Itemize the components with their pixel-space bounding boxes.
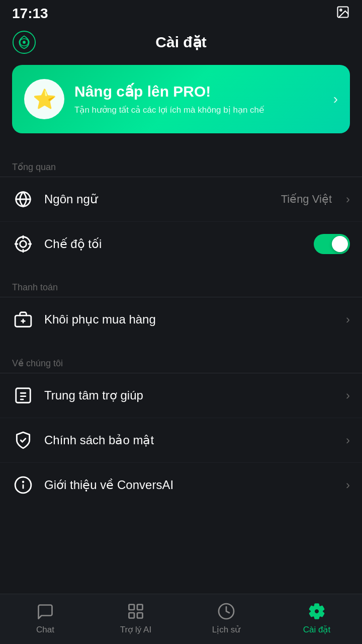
status-time: 17:13: [12, 6, 48, 22]
svg-rect-24: [129, 613, 135, 618]
language-icon: [12, 188, 34, 210]
about-conversai-icon: [12, 474, 34, 496]
gallery-icon: [336, 5, 350, 22]
about-section-label: Về chúng tôi: [12, 358, 63, 368]
nav-item-history[interactable]: Lịch sử: [181, 601, 272, 635]
bottom-nav: Chat Trợ lý AI Lịch sử: [0, 594, 362, 644]
help-center-label: Trung tâm trợ giúp: [44, 388, 336, 403]
language-label: Ngôn ngữ: [44, 192, 271, 206]
nav-item-chat[interactable]: Chat: [0, 602, 90, 635]
pro-banner-arrow-icon: ›: [333, 91, 338, 107]
svg-point-21: [23, 481, 24, 482]
ai-assistant-nav-icon: [126, 601, 146, 621]
nav-label-settings: Cài đặt: [303, 624, 330, 635]
history-nav-icon: [216, 601, 236, 621]
restore-purchase-menu-item[interactable]: Khôi phục mua hàng ›: [0, 297, 362, 342]
about-section: Về chúng tôi Trung tâm trợ giúp ›: [0, 346, 362, 507]
language-menu-item[interactable]: Ngôn ngữ Tiếng Việt ›: [0, 177, 362, 222]
content-area: ⭐ Nâng cấp lên PRO! Tận hưởng tất cả các…: [0, 65, 362, 567]
help-center-icon: [12, 384, 34, 407]
page-title: Cài đặt: [155, 33, 206, 51]
privacy-policy-arrow-icon: ›: [346, 433, 350, 447]
svg-rect-22: [129, 605, 135, 610]
svg-point-6: [20, 241, 27, 248]
settings-nav-icon: [307, 601, 327, 621]
nav-label-ai-assistant: Trợ lý AI: [120, 624, 151, 635]
about-conversai-label: Giới thiệu về ConversAI: [44, 478, 336, 492]
nav-item-ai-assistant[interactable]: Trợ lý AI: [90, 601, 181, 635]
svg-point-1: [340, 9, 342, 11]
about-conversai-menu-item[interactable]: Giới thiệu về ConversAI ›: [0, 463, 362, 507]
pro-banner-subtitle: Tận hưởng tất cả các lợi ích mà không bị…: [74, 104, 323, 116]
nav-item-settings[interactable]: Cài đặt: [272, 601, 362, 635]
privacy-policy-menu-item[interactable]: Chính sách bảo mật ›: [0, 418, 362, 463]
dark-mode-icon: [12, 233, 34, 255]
about-section-header: Về chúng tôi: [0, 346, 362, 373]
status-bar: 17:13: [0, 0, 362, 25]
payment-section: Thanh toán Khôi phục mua hàng ›: [0, 270, 362, 342]
language-value: Tiếng Việt: [281, 193, 332, 206]
nav-label-chat: Chat: [36, 625, 54, 635]
svg-rect-25: [137, 613, 143, 618]
pro-banner-text: Nâng cấp lên PRO! Tận hưởng tất cả các l…: [74, 83, 323, 116]
header: Cài đặt: [0, 25, 362, 61]
chat-nav-icon: [35, 602, 55, 622]
language-arrow-icon: ›: [346, 192, 350, 206]
overview-section: Tổng quan Ngôn ngữ Tiếng Việt ›: [0, 149, 362, 266]
help-center-menu-item[interactable]: Trung tâm trợ giúp ›: [0, 373, 362, 418]
privacy-policy-icon: [12, 429, 34, 451]
svg-rect-23: [137, 605, 143, 610]
dark-mode-label: Chế độ tối: [44, 237, 304, 251]
app-logo: [12, 30, 36, 54]
help-center-arrow-icon: ›: [346, 388, 350, 403]
nav-label-history: Lịch sử: [212, 624, 241, 635]
dark-mode-toggle[interactable]: [314, 234, 350, 254]
svg-point-3: [23, 41, 26, 44]
overview-section-header: Tổng quan: [0, 149, 362, 177]
dark-mode-menu-item[interactable]: Chế độ tối: [0, 222, 362, 266]
pro-star-icon: ⭐: [24, 79, 64, 119]
pro-banner[interactable]: ⭐ Nâng cấp lên PRO! Tận hưởng tất cả các…: [12, 65, 350, 133]
restore-purchase-label: Khôi phục mua hàng: [44, 312, 336, 327]
privacy-policy-label: Chính sách bảo mật: [44, 433, 336, 447]
toggle-knob: [332, 236, 348, 252]
status-icons: [336, 5, 350, 22]
restore-purchase-arrow-icon: ›: [346, 312, 350, 327]
overview-section-label: Tổng quan: [12, 162, 56, 172]
payment-section-label: Thanh toán: [12, 282, 58, 292]
pro-banner-title: Nâng cấp lên PRO!: [74, 83, 323, 100]
about-conversai-arrow-icon: ›: [346, 478, 350, 492]
restore-purchase-icon: [12, 308, 34, 331]
svg-rect-14: [16, 388, 31, 403]
payment-section-header: Thanh toán: [0, 270, 362, 297]
